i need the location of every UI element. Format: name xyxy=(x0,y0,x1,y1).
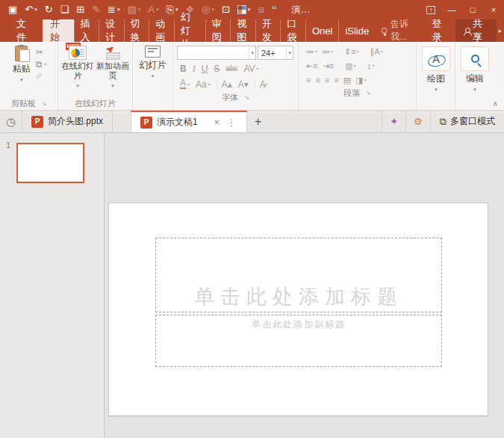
shapes-icon[interactable]: ❖ xyxy=(181,2,198,17)
undo-icon[interactable]: ↶▾ xyxy=(21,2,40,17)
paste-special-icon[interactable]: ⎘▾ xyxy=(163,2,182,17)
tab-close-icon[interactable]: × xyxy=(213,117,221,128)
copy-icon[interactable]: ⧉▾ xyxy=(36,60,47,69)
slide-page[interactable]: 单击此处添加标题 单击此处添加副标题 xyxy=(108,203,488,416)
tab-home-active[interactable]: 开始 xyxy=(43,19,73,42)
increase-indent-button[interactable]: ⇥≡ xyxy=(320,61,337,70)
align-center-button[interactable]: ≡ xyxy=(313,75,322,84)
bold-button[interactable]: B xyxy=(177,64,190,74)
slide-panel-icon[interactable]: ⊞ xyxy=(72,2,88,17)
collapse-ribbon-icon[interactable]: ∧ xyxy=(493,99,498,108)
font-color-button[interactable]: A▾ xyxy=(177,79,193,90)
drawing-button[interactable]: A 绘图 ▾ xyxy=(417,43,455,93)
italic-button[interactable]: I xyxy=(190,64,199,74)
line-spacing-button[interactable]: ⇕≡▾ xyxy=(342,47,361,56)
tab-view[interactable]: 视图 xyxy=(230,19,255,42)
text-direction-button[interactable]: ∥A▾ xyxy=(368,47,385,56)
font-family-dropdown-icon[interactable]: ▾ xyxy=(249,46,255,59)
new-animation-page-button[interactable]: ➤ 新加动画页 ▾ xyxy=(96,43,131,90)
decrease-indent-button[interactable]: ⇤≡ xyxy=(304,61,320,70)
clear-format-button[interactable]: A̷ xyxy=(255,79,269,90)
align-text-button[interactable]: ↨▾ xyxy=(365,61,377,70)
doc-tab-label: 演示文稿1 xyxy=(157,116,198,129)
tab-slideshow[interactable]: 幻灯片 xyxy=(174,19,205,42)
paste-dropdown-icon[interactable]: ▾ xyxy=(20,75,23,85)
slide-thumbnail-selected[interactable] xyxy=(16,143,84,183)
tab-islide[interactable]: iSlide xyxy=(338,19,375,42)
font-size-dropdown-icon[interactable]: ▾ xyxy=(286,46,293,59)
save-icon[interactable]: ▣ xyxy=(4,2,21,17)
tab-developer[interactable]: 开发 xyxy=(255,19,281,42)
tab-more-icon[interactable]: ⋮ xyxy=(225,117,237,128)
redo-icon[interactable]: ↻ xyxy=(41,2,57,17)
font-dialog-launcher-icon[interactable]: ⇘ xyxy=(244,94,249,101)
paste-button[interactable]: 粘贴 ▾ xyxy=(9,43,34,85)
new-file-icon[interactable]: ❏ xyxy=(57,2,73,17)
new-tab-button[interactable]: + xyxy=(247,111,270,132)
quotes-icon[interactable]: “ xyxy=(268,2,281,17)
online-slides-dropdown-icon[interactable]: ▾ xyxy=(76,81,79,90)
doc-tab-inactive[interactable]: P 简介头图.pptx xyxy=(22,111,113,132)
distributed-button[interactable]: ▤ xyxy=(341,75,353,84)
paragraph-row1: ≔▾≕▾⇕≡▾∥A▾ xyxy=(304,45,411,58)
tell-me-button[interactable]: 告诉我... xyxy=(375,19,424,42)
rotate-icon[interactable]: ◎▾ xyxy=(198,2,218,17)
strikethrough-button[interactable]: S xyxy=(211,64,223,74)
gear-icon[interactable]: ⚙ xyxy=(405,111,430,132)
login-button[interactable]: 登录 xyxy=(424,19,455,42)
editing-dropdown-icon[interactable]: ▾ xyxy=(473,87,476,93)
new-slide-button[interactable]: 幻灯片 ▾ xyxy=(136,43,170,81)
columns-button[interactable]: ▥▾ xyxy=(343,61,358,70)
font-color-icon[interactable]: A▾ xyxy=(144,2,162,17)
format-painter-icon[interactable]: ✐ xyxy=(36,72,47,81)
share-button[interactable]: 共享 xyxy=(455,19,497,42)
tab-overflow-icon[interactable]: ▸ xyxy=(497,19,504,42)
fill-color-icon[interactable]: ▨▾ xyxy=(124,2,145,17)
font-size-select[interactable]: 24+ ▾ xyxy=(258,46,293,60)
tab-file[interactable]: 文件 xyxy=(6,19,43,42)
justify-button[interactable]: ≡ xyxy=(332,75,340,84)
tab-transitions[interactable]: 切换 xyxy=(124,19,149,42)
underline-button[interactable]: U xyxy=(199,64,211,74)
tab-animations[interactable]: 动画 xyxy=(149,19,174,42)
double-strike-button[interactable]: abc xyxy=(223,64,240,74)
tab-insert[interactable]: 插入 xyxy=(74,19,99,42)
drawing-dropdown-icon[interactable]: ▾ xyxy=(435,87,438,93)
cut-icon[interactable]: ✂ xyxy=(36,48,47,57)
main-area: 1 单击此处添加标题 单击此处添加副标题 xyxy=(0,133,504,438)
fit-window-icon[interactable]: ⊡ xyxy=(218,2,234,17)
new-slide-dropdown-icon[interactable]: ▾ xyxy=(152,71,155,81)
online-slides-button[interactable]: HOT 在线幻灯片 ▾ xyxy=(60,43,96,90)
subtitle-placeholder[interactable]: 单击此处添加副标题 xyxy=(155,315,442,367)
shrink-font-button[interactable]: A▾ xyxy=(235,79,252,90)
char-spacing-button[interactable]: AV▾ xyxy=(240,64,261,74)
align-left-button[interactable]: ≡ xyxy=(304,75,313,84)
title-placeholder[interactable]: 单击此处添加标题 xyxy=(155,238,442,312)
bullets-button[interactable]: ≔▾ xyxy=(304,47,320,56)
new-animation-dropdown-icon[interactable]: ▾ xyxy=(111,81,114,90)
grow-font-button[interactable]: A▴ xyxy=(217,79,235,90)
paragraph-group-label: 段落 xyxy=(343,87,360,99)
doc-tab-active[interactable]: P 演示文稿1 × ⋮ xyxy=(131,111,247,132)
font-group: ▾ 24+ ▾ BIUSabcAV▾ A▾Aa▾A▴A▾A̷ 字体 ⇘ xyxy=(173,42,299,110)
tab-pocket[interactable]: 口袋 xyxy=(280,19,305,42)
multi-window-mode-button[interactable]: ⧉ 多窗口模式 xyxy=(430,111,504,132)
font-family-select[interactable]: ▾ xyxy=(177,46,256,60)
clipboard-dialog-launcher-icon[interactable]: ⇘ xyxy=(42,100,47,107)
paragraph-dialog-launcher-icon[interactable]: ⇘ xyxy=(366,90,371,96)
editing-button[interactable]: 编辑 ▾ xyxy=(456,43,494,93)
theme-colors-icon[interactable]: ▾ xyxy=(234,2,255,17)
format-painter-icon[interactable]: ✎ xyxy=(88,2,104,17)
magic-wand-icon[interactable]: ✦ xyxy=(382,111,405,132)
tab-design[interactable]: 设计 xyxy=(99,19,124,42)
slide-group: 幻灯片 ▾ xyxy=(133,42,173,110)
paragraph-marks-icon[interactable]: ≣▾ xyxy=(104,2,123,17)
recent-documents-icon[interactable]: ◷ xyxy=(0,111,22,132)
align-objects-icon[interactable]: ⧈ xyxy=(254,2,267,17)
tab-review[interactable]: 审阅 xyxy=(205,19,231,42)
smartart-button[interactable]: ◨▾ xyxy=(353,75,368,84)
numbering-button[interactable]: ≕▾ xyxy=(320,47,335,56)
change-case-button[interactable]: Aa▾ xyxy=(193,79,214,90)
tab-onekey[interactable]: Onel xyxy=(305,19,338,42)
align-right-button[interactable]: ≡ xyxy=(323,75,332,84)
